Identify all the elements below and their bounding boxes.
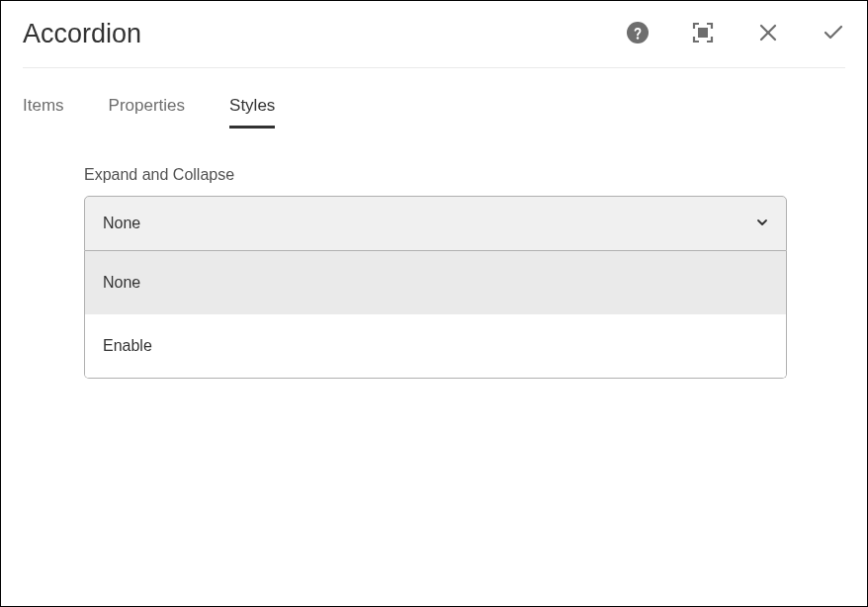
- select-dropdown: None Enable: [84, 251, 787, 379]
- tab-styles[interactable]: Styles: [229, 96, 275, 129]
- fullscreen-icon: [692, 22, 714, 47]
- header-actions: [626, 23, 845, 46]
- chevron-down-icon: [756, 215, 768, 232]
- field-label-expand-collapse: Expand and Collapse: [84, 166, 845, 184]
- tabs: Items Properties Styles: [1, 68, 867, 129]
- help-button[interactable]: [626, 23, 650, 46]
- done-button[interactable]: [822, 23, 845, 46]
- checkmark-icon: [822, 21, 845, 48]
- select-expand-collapse: None None Enable: [84, 196, 787, 379]
- option-none[interactable]: None: [85, 251, 786, 314]
- svg-point-1: [637, 37, 639, 39]
- svg-rect-2: [698, 28, 708, 38]
- svg-point-0: [627, 22, 649, 43]
- select-trigger[interactable]: None: [84, 196, 787, 251]
- dialog-header: Accordion: [1, 1, 867, 67]
- cancel-button[interactable]: [756, 23, 780, 46]
- dialog: Accordion: [0, 0, 868, 607]
- dialog-title: Accordion: [23, 19, 141, 49]
- close-icon: [758, 23, 778, 46]
- option-enable[interactable]: Enable: [85, 314, 786, 378]
- select-value: None: [103, 215, 140, 232]
- fullscreen-button[interactable]: [691, 23, 715, 46]
- help-icon: [627, 22, 649, 47]
- tab-properties[interactable]: Properties: [109, 96, 185, 129]
- tab-content: Expand and Collapse None None Enable: [1, 129, 867, 400]
- tab-items[interactable]: Items: [23, 96, 64, 129]
